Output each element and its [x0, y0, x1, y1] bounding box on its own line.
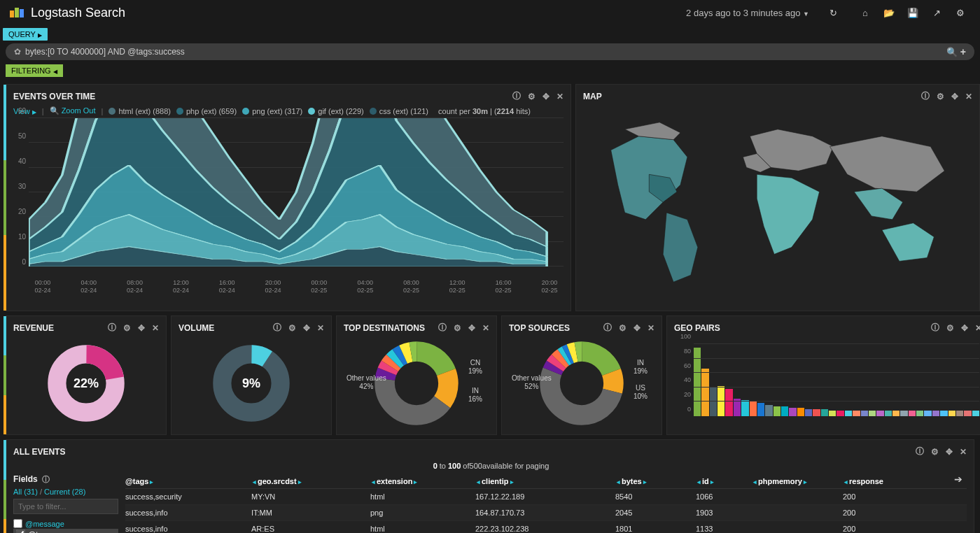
column-header-tags[interactable]: @tags▸: [125, 477, 251, 485]
volume-center-label: 9%: [242, 376, 260, 391]
column-header-geo[interactable]: ◂geo.srcdst▸: [251, 477, 370, 485]
info-icon[interactable]: ⓘ: [512, 90, 521, 102]
panel-title: EVENTS OVER TIME: [13, 92, 505, 101]
legend-item-css[interactable]: css (ext) (121): [370, 107, 428, 115]
gear-icon[interactable]: ⚙: [454, 323, 461, 333]
move-icon[interactable]: ✥: [468, 323, 475, 333]
close-icon[interactable]: ✕: [317, 323, 324, 333]
events-table: @tags▸ ◂geo.srcdst▸ ◂extension▸ ◂clienti…: [125, 474, 967, 533]
move-icon[interactable]: ✥: [634, 323, 640, 333]
legend-item-html[interactable]: html (ext) (888): [108, 107, 171, 115]
column-header-clientip[interactable]: ◂clientip▸: [475, 477, 615, 485]
count-per-text: count per 30m | (2214 hits): [438, 107, 531, 115]
current-fields-link[interactable]: Current (28): [44, 488, 85, 496]
close-icon[interactable]: ✕: [960, 447, 967, 457]
move-icon[interactable]: ✥: [303, 323, 310, 333]
home-icon[interactable]: ⌂: [855, 3, 875, 22]
close-icon[interactable]: ✕: [482, 323, 489, 333]
panel-title: ALL EVENTS: [13, 447, 909, 457]
top-destinations-panel: TOP DESTINATIONS ⓘ⚙✥✕ CN19% IN16% Other …: [336, 315, 497, 435]
move-icon[interactable]: ✥: [542, 92, 550, 101]
table-row[interactable]: success,infoIT:MMpng164.87.170.732045190…: [125, 505, 967, 521]
filtering-tab[interactable]: FILTERING◀: [6, 64, 63, 77]
gear-icon[interactable]: ⚙: [937, 92, 944, 101]
slice-label-in: IN16%: [468, 387, 482, 404]
info-icon[interactable]: ⓘ: [438, 322, 447, 334]
refresh-icon[interactable]: ↻: [823, 3, 843, 22]
info-icon[interactable]: ⓘ: [931, 322, 939, 334]
info-icon[interactable]: ⓘ: [603, 322, 612, 334]
top-destinations-pie-chart[interactable]: CN19% IN16% Other values42%: [344, 338, 489, 429]
close-icon[interactable]: ✕: [152, 323, 159, 333]
slice-label-other: Other values42%: [346, 374, 386, 391]
column-header-bytes[interactable]: ◂bytes▸: [615, 477, 696, 485]
panel-title: TOP DESTINATIONS: [344, 323, 431, 333]
save-icon[interactable]: 💾: [903, 3, 923, 22]
gear-icon[interactable]: ⚙: [528, 92, 536, 101]
gear-icon[interactable]: ⚙: [619, 323, 626, 333]
close-icon[interactable]: ✕: [648, 323, 654, 333]
open-icon[interactable]: 📂: [879, 3, 899, 22]
panel-title: REVENUE: [13, 323, 101, 333]
field-checkbox-tags[interactable]: @tags: [13, 529, 118, 533]
top-sources-panel: TOP SOURCES ⓘ⚙✥✕ IN19% US10% Other value…: [501, 315, 662, 435]
logo-icon: [10, 8, 25, 17]
next-page-arrow-icon[interactable]: ➔: [954, 474, 962, 485]
slice-label-in: IN19%: [634, 359, 648, 376]
info-icon[interactable]: ⓘ: [108, 322, 116, 334]
time-range-picker[interactable]: 2 days ago to 3 minutes ago ▼: [686, 8, 809, 18]
settings-icon[interactable]: ⚙: [951, 3, 970, 22]
column-header-extension[interactable]: ◂extension▸: [370, 477, 475, 485]
events-over-time-panel: EVENTS OVER TIME ⓘ ⚙ ✥ ✕ View ▶ | 🔍 Zoom…: [6, 84, 571, 311]
events-area-chart[interactable]: 0102030405060 00:0002-2404:0002-2408:000…: [13, 118, 564, 286]
chart-y-axis: 0102030405060: [13, 118, 27, 269]
all-fields-link[interactable]: All (31): [13, 488, 38, 496]
fields-sidebar: Fields ⓘ All (31) / Current (28) @messag…: [13, 474, 118, 533]
slice-label-cn: CN19%: [468, 359, 482, 376]
gear-icon[interactable]: ⚙: [123, 323, 131, 333]
volume-panel: VOLUME ⓘ⚙✥✕ 9%: [171, 315, 332, 435]
field-checkbox-message[interactable]: @message: [13, 518, 118, 529]
gear-icon[interactable]: ⚙: [288, 323, 296, 333]
close-icon[interactable]: ✕: [965, 92, 972, 101]
add-query-icon[interactable]: +: [960, 46, 966, 57]
info-icon[interactable]: ⓘ: [921, 90, 930, 102]
move-icon[interactable]: ✥: [946, 447, 953, 457]
chart-x-axis: 00:0002-2404:0002-2408:0002-2412:0002-24…: [29, 278, 564, 294]
events-toolbar: View ▶ | 🔍 Zoom Out | html (ext) (888) p…: [13, 106, 564, 115]
slice-label-other: Other values52%: [512, 374, 552, 391]
query-tab[interactable]: QUERY▶: [3, 28, 48, 41]
legend-item-png[interactable]: png (ext) (317): [242, 107, 302, 115]
column-header-phpmemory[interactable]: ◂phpmemory▸: [752, 477, 843, 485]
top-sources-pie-chart[interactable]: IN19% US10% Other values52%: [509, 338, 654, 429]
column-header-response[interactable]: ◂response: [843, 477, 899, 485]
move-icon[interactable]: ✥: [138, 323, 145, 333]
fields-links: All (31) / Current (28): [13, 488, 118, 496]
info-icon[interactable]: ⓘ: [273, 322, 281, 334]
share-icon[interactable]: ↗: [927, 3, 946, 22]
zoom-out-button[interactable]: 🔍 Zoom Out: [50, 106, 96, 115]
volume-donut-chart[interactable]: 9%: [178, 338, 324, 429]
gear-icon[interactable]: ⚙: [931, 447, 939, 457]
gear-icon[interactable]: ⚙: [946, 323, 954, 333]
column-header-id[interactable]: ◂id▸: [696, 477, 752, 485]
close-icon[interactable]: ✕: [975, 323, 980, 333]
move-icon[interactable]: ✥: [951, 92, 958, 101]
table-row[interactable]: success,infoAR:EShtml222.23.102.23818011…: [125, 521, 967, 533]
info-icon[interactable]: ⓘ: [916, 446, 924, 457]
help-icon[interactable]: ⓘ: [42, 475, 50, 483]
legend-item-php[interactable]: php (ext) (659): [176, 107, 237, 115]
table-header-row: @tags▸ ◂geo.srcdst▸ ◂extension▸ ◂clienti…: [125, 474, 967, 489]
world-map[interactable]: [583, 106, 972, 305]
close-icon[interactable]: ✕: [556, 92, 564, 101]
chart-y-axis: 020406080100: [674, 343, 692, 416]
query-text[interactable]: bytes:[0 TO 4000000] AND @tags:success: [25, 47, 942, 57]
legend-item-gif[interactable]: gif (ext) (229): [308, 107, 363, 115]
geo-pairs-bar-chart[interactable]: 020406080100: [674, 338, 980, 429]
query-settings-icon[interactable]: ✿: [14, 47, 21, 57]
move-icon[interactable]: ✥: [961, 323, 968, 333]
table-row[interactable]: success,securityMY:VNhtml167.12.22.18985…: [125, 489, 967, 505]
field-filter-input[interactable]: [13, 499, 118, 514]
revenue-donut-chart[interactable]: 22%: [13, 338, 159, 429]
search-icon[interactable]: 🔍: [946, 47, 958, 57]
